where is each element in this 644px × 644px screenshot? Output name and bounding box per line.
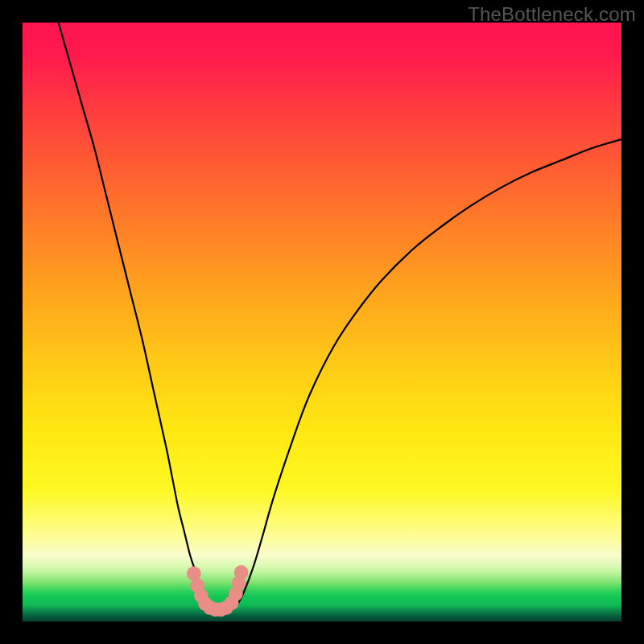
curve-right-branch (238, 139, 621, 604)
curve-left-branch (59, 23, 207, 604)
plot-area (23, 23, 621, 621)
trough-marker (234, 565, 249, 580)
curve-left-branch (59, 23, 207, 604)
trough-marker-dots (187, 565, 249, 617)
watermark-text: TheBottleneck.com (468, 3, 636, 26)
chart-frame: TheBottleneck.com (0, 0, 644, 644)
curve-layer (23, 23, 621, 621)
curve-right-branch (238, 139, 621, 604)
